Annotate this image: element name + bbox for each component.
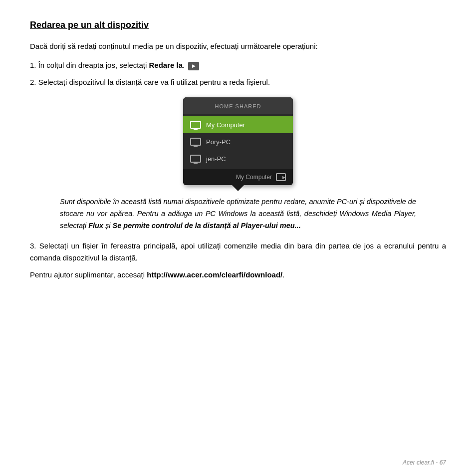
device-label-jen-pc: jen-PC [206,155,226,163]
flux-label: Flux [88,222,103,230]
computer-icon-3 [190,155,201,163]
device-label-pory-pc: Pory-PC [206,138,231,146]
allow-control-label: Se permite controlul de la distanță al P… [113,222,301,230]
italic-and: și [103,222,113,230]
widget-bottom-bar: My Computer [183,169,293,185]
play-icon-bottom [276,173,286,181]
widget-bottom-label: My Computer [236,174,272,181]
device-item-my-computer[interactable]: My Computer [183,116,293,133]
play-to-icon: ▶ [188,62,199,70]
device-picker-widget: HOME SHARED My Computer Pory-PC jen-PC M… [30,97,446,185]
computer-icon [190,121,201,129]
paragraph-intro: Dacă doriți să redați conținutul media p… [30,40,446,52]
page-title: Redarea pe un alt dispozitiv [30,20,446,30]
step-2: 2. Selectați dispozitivul la distanță ca… [30,76,446,88]
device-item-jen-pc[interactable]: jen-PC [183,150,293,167]
step1-bold: Redare la [149,61,183,69]
widget-header: HOME SHARED [183,97,293,114]
computer-icon-2 [190,138,201,146]
widget-header-text: HOME SHARED [215,103,261,109]
step1-prefix: 1. În colțul din dreapta jos, selectați [30,61,149,69]
step-3: 3. Selectați un fișier în fereastra prin… [30,240,446,264]
widget-popup: HOME SHARED My Computer Pory-PC jen-PC M… [183,97,293,185]
device-item-pory-pc[interactable]: Pory-PC [183,133,293,150]
step-1: 1. În colțul din dreapta jos, selectați … [30,59,446,71]
footer-prefix: Pentru ajutor suplimentar, accesați [30,270,147,279]
device-label-my-computer: My Computer [206,121,245,129]
widget-items-list: My Computer Pory-PC jen-PC [183,114,293,169]
footer-link[interactable]: http://www.acer.com/clearfi/download/ [147,270,282,279]
italic-note: Sunt disponibile în această listă numai … [60,196,416,232]
page-number: Acer clear.fi - 67 [403,459,446,466]
footer-paragraph: Pentru ajutor suplimentar, accesați http… [30,269,446,281]
